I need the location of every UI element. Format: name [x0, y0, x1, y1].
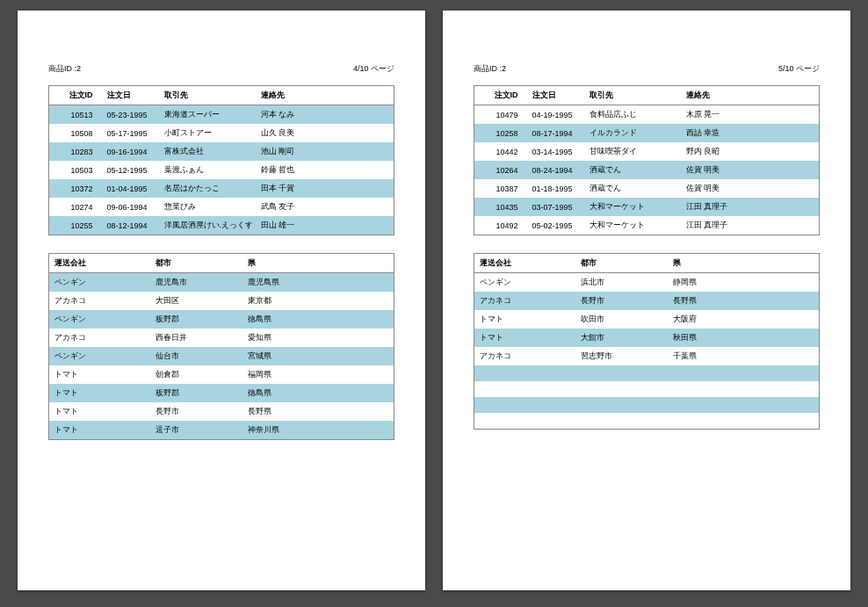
table-cell: アカネコ: [474, 347, 575, 365]
table-row: トマト板野郡徳島県: [49, 384, 394, 402]
table-cell: トマト: [49, 402, 150, 421]
table-row: 1047904-19-1995食料品店ふじ木原 晃一: [474, 105, 820, 125]
page-header: 商品ID :2 5/10 ページ: [474, 63, 820, 75]
table-cell: 河本 なみ: [256, 105, 394, 125]
table-cell: ペンギン: [49, 273, 150, 293]
table-cell: 長野市: [150, 402, 242, 421]
table-cell: 東京都: [242, 292, 394, 310]
table-row: ペンギン板野郡徳島県: [49, 310, 394, 329]
table-cell: 10492: [474, 216, 527, 235]
table-cell: 04-19-1995: [527, 105, 584, 125]
table-row: アカネコ大田区東京都: [49, 292, 394, 310]
table-cell: [575, 413, 668, 430]
table-cell: 10372: [49, 179, 102, 198]
table-cell: 大和マーケット: [584, 216, 681, 235]
table-cell: 木原 晃一: [681, 105, 820, 125]
table-row: 1050805-17-1995小町ストアー山久 良美: [49, 124, 394, 142]
page-number-label: 5/10 ページ: [778, 63, 820, 75]
preview-viewport: 商品ID :2 4/10 ページ 注文ID 注文日 取引先 連絡先 105130…: [0, 0, 868, 601]
table-header-row: 運送会社 都市 県: [474, 254, 820, 273]
table-cell: トマト: [49, 365, 150, 384]
table-cell: 10508: [49, 124, 102, 142]
table-header-row: 注文ID 注文日 取引先 連絡先: [49, 86, 394, 105]
table-cell: 酒蔵でん: [584, 161, 681, 179]
table-row: 1050305-12-1995葉渡ふぁん鈴藤 哲也: [49, 161, 394, 179]
col-contact: 連絡先: [256, 86, 394, 105]
table-cell: 板野郡: [150, 310, 242, 329]
table-row: トマト吹田市大阪府: [474, 310, 820, 329]
table-cell: 鹿児島県: [242, 273, 394, 293]
table-cell: [668, 413, 820, 430]
table-row: 1051305-23-1995東海道スーパー河本 なみ: [49, 105, 394, 125]
col-carrier: 運送会社: [474, 254, 575, 273]
table-cell: 愛知県: [242, 329, 394, 347]
table-cell: トマト: [49, 421, 150, 440]
table-cell: 江田 真理子: [681, 198, 820, 216]
page-number-label: 4/10 ページ: [353, 63, 394, 75]
table-row: [474, 397, 820, 413]
table-cell: ペンギン: [49, 347, 150, 365]
table-cell: 08-24-1994: [527, 161, 584, 179]
table-cell: 大館市: [575, 329, 668, 347]
table-cell: [474, 413, 575, 430]
table-row: 1038701-18-1995酒蔵でん佐賀 明美: [474, 179, 820, 198]
table-cell: [668, 381, 820, 397]
table-cell: 東海道スーパー: [159, 105, 256, 125]
col-order-id: 注文ID: [474, 86, 527, 105]
col-carrier: 運送会社: [49, 254, 150, 273]
table-cell: 佐賀 明美: [681, 161, 820, 179]
table-cell: 徳島県: [242, 310, 394, 329]
table-row: アカネコ西春日井愛知県: [49, 329, 394, 347]
table-cell: [575, 397, 668, 413]
table-row: 1025508-12-1994洋風居酒屋けい.えっくす田山 雄一: [49, 216, 394, 235]
orders-table: 注文ID 注文日 取引先 連絡先 1047904-19-1995食料品店ふじ木原…: [474, 85, 820, 235]
table-header-row: 注文ID 注文日 取引先 連絡先: [474, 86, 820, 105]
table-cell: 01-18-1995: [527, 179, 584, 198]
report-page: 商品ID :2 5/10 ページ 注文ID 注文日 取引先 連絡先 104790…: [443, 11, 850, 590]
table-cell: 田山 雄一: [256, 216, 394, 235]
table-cell: 仙台市: [150, 347, 242, 365]
table-cell: 神奈川県: [242, 421, 394, 440]
col-order-date: 注文日: [102, 86, 159, 105]
table-cell: 名居はかたっこ: [159, 179, 256, 198]
table-row: トマト大館市秋田県: [474, 329, 820, 347]
table-cell: 長野市: [575, 292, 668, 310]
table-cell: 習志野市: [575, 347, 668, 365]
table-cell: 大阪府: [668, 310, 820, 329]
product-id-label: 商品ID :2: [48, 63, 81, 75]
table-cell: 吹田市: [575, 310, 668, 329]
table-cell: 10264: [474, 161, 527, 179]
table-cell: 野内 良昭: [681, 142, 820, 161]
table-cell: 板野郡: [150, 384, 242, 402]
table-cell: 大田区: [150, 292, 242, 310]
table-header-row: 運送会社 都市 県: [49, 254, 394, 273]
page-header: 商品ID :2 4/10 ページ: [48, 63, 394, 75]
table-cell: 10387: [474, 179, 527, 198]
table-cell: 西詰 幸造: [681, 124, 820, 142]
table-cell: 洋風居酒屋けい.えっくす: [159, 216, 256, 235]
table-cell: アカネコ: [49, 329, 150, 347]
table-cell: 大和マーケット: [584, 198, 681, 216]
table-cell: 10513: [49, 105, 102, 125]
table-cell: 03-14-1995: [527, 142, 584, 161]
table-row: 1025808-17-1994イルカランド西詰 幸造: [474, 124, 820, 142]
table-cell: イルカランド: [584, 124, 681, 142]
table-row: アカネコ習志野市千葉県: [474, 347, 820, 365]
table-cell: 09-16-1994: [102, 142, 159, 161]
table-row: [474, 365, 820, 381]
shipping-table: 運送会社 都市 県 ペンギン鹿児島市鹿児島県アカネコ大田区東京都ペンギン板野郡徳…: [48, 253, 394, 440]
table-cell: 秋田県: [668, 329, 820, 347]
col-contact: 連絡先: [681, 86, 820, 105]
col-customer: 取引先: [584, 86, 681, 105]
table-row: 1037201-04-1995名居はかたっこ田本 千賀: [49, 179, 394, 198]
table-cell: 酒蔵でん: [584, 179, 681, 198]
table-cell: トマト: [474, 310, 575, 329]
col-city: 都市: [575, 254, 668, 273]
table-cell: 徳島県: [242, 384, 394, 402]
table-cell: 10435: [474, 198, 527, 216]
table-cell: 08-17-1994: [527, 124, 584, 142]
table-cell: 01-04-1995: [102, 179, 159, 198]
table-row: ペンギン鹿児島市鹿児島県: [49, 273, 394, 293]
table-cell: ペンギン: [49, 310, 150, 329]
table-cell: [575, 365, 668, 381]
